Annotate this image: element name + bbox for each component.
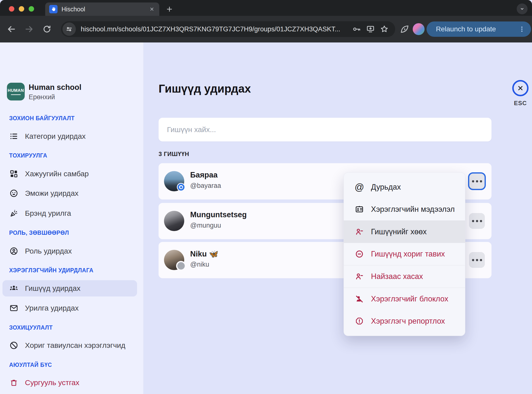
sidebar-item-roles[interactable]: Роль удирдах: [9, 244, 137, 258]
menu-item-block-user[interactable]: Хэрэглэгчийг блоклох: [344, 288, 465, 310]
user-circle-icon: [9, 246, 19, 256]
browser-tab[interactable]: Hischool: [45, 2, 159, 16]
menu-item-label: Гишүүнд хориг тавих: [371, 250, 445, 258]
page-title: Гишүүд удирдах: [159, 82, 251, 95]
user-minus-icon: [355, 272, 364, 281]
sidebar-item-label: Хориг тавиулсан хэрэглэгчид: [25, 341, 125, 350]
bookmark-star-icon[interactable]: [380, 25, 389, 34]
menu-item-ban-member[interactable]: Гишүүнд хориг тавих: [344, 243, 465, 265]
tab-close-icon[interactable]: [149, 6, 155, 12]
sidebar-item-label: Роль удирдах: [25, 247, 72, 255]
sidebar-item-brand-invite[interactable]: Брэнд урилга: [9, 206, 137, 220]
list-icon: [9, 132, 19, 141]
trash-icon: [9, 378, 19, 387]
dashboard-icon: [9, 169, 19, 178]
sidebar-item-label: Эможи удирдах: [25, 189, 79, 197]
browser-toolbar: hischool.mn/schools/01JCZ7XH3QRS7KNG79TG…: [0, 16, 532, 42]
menu-item-label: Дурьдах: [371, 183, 401, 192]
sidebar-item-invitations[interactable]: Урилга удирдах: [9, 301, 137, 315]
relaunch-to-update-button[interactable]: Relaunch to update: [427, 21, 531, 37]
site-info-icon[interactable]: [62, 22, 76, 36]
member-count-label: 3 ГИШҮҮН: [159, 151, 189, 158]
user-slash-icon: [355, 294, 364, 304]
member-name: Munguntsetseg: [190, 210, 247, 219]
menu-item-kick-member[interactable]: Гишүүнийг хөөх: [344, 221, 465, 243]
menu-item-label: Найзаас хасах: [371, 272, 423, 281]
reload-button[interactable]: [41, 24, 52, 35]
member-name: Niku 🦋: [190, 249, 218, 258]
sidebar-item-delete-school[interactable]: Сургууль устгах: [9, 376, 137, 390]
chrome-menu-icon[interactable]: [518, 25, 526, 33]
url-bar[interactable]: hischool.mn/schools/01JCZ7XH3QRS7KNG79TG…: [61, 21, 395, 37]
member-username: @niku: [190, 261, 209, 268]
sidebar-item-side-panel[interactable]: Хажуугийн самбар: [9, 167, 137, 181]
party-popper-icon: [9, 209, 19, 218]
performance-leaf-icon[interactable]: [400, 24, 409, 34]
menu-item-report-user[interactable]: Хэрэглэгч репортлох: [344, 310, 465, 332]
menu-item-label: Хэрэглэгчийн мэдээлэл: [371, 205, 455, 214]
report-icon: [355, 316, 364, 326]
school-logo: HUMAN: [7, 83, 25, 100]
sidebar-heading-moderation: ЗОХИЦУУЛАЛТ: [9, 324, 53, 331]
member-actions-button[interactable]: [469, 213, 485, 229]
new-tab-button[interactable]: [164, 3, 175, 15]
install-app-icon[interactable]: [366, 25, 375, 34]
sidebar: HUMAN Human school Ерөнхий ЗОХИОН БАЙГУУ…: [0, 42, 143, 394]
menu-item-label: Хэрэглэгчийг блоклох: [371, 295, 448, 303]
mail-icon: [9, 303, 19, 313]
people-icon: [9, 284, 19, 293]
sidebar-item-label: Хажуугийн самбар: [25, 170, 89, 178]
close-dialog-group: ESC: [510, 80, 531, 107]
macos-close-button[interactable]: [9, 6, 14, 12]
sidebar-item-label: Категори удирдах: [25, 132, 86, 140]
member-search-input[interactable]: [159, 118, 491, 141]
back-button[interactable]: [6, 24, 17, 35]
app-area: HUMAN Human school Ерөнхий ЗОХИОН БАЙГУУ…: [0, 42, 532, 394]
online-status-badge: [177, 183, 185, 191]
tab-title: Hischool: [61, 6, 145, 13]
sidebar-item-label: Брэнд урилга: [25, 209, 71, 217]
school-subtitle: Ерөнхий: [29, 93, 55, 101]
at-sign-icon: @: [355, 182, 364, 192]
tab-search-chevron-icon[interactable]: [517, 3, 528, 14]
member-avatar: [164, 211, 184, 231]
search-card: [159, 118, 491, 141]
sidebar-heading-user-management: ХЭРЭГЛЭГЧИЙН УДИРДЛАГА: [9, 267, 93, 274]
menu-item-remove-friend[interactable]: Найзаас хасах: [344, 265, 465, 288]
sidebar-item-label: Гишүүд удирдах: [25, 284, 81, 293]
url-text: hischool.mn/schools/01JCZ7XH3QRS7KNG79TG…: [81, 25, 347, 33]
close-button[interactable]: [512, 80, 529, 96]
menu-item-mention[interactable]: @ Дурьдах: [344, 176, 465, 198]
passwords-key-icon[interactable]: [352, 25, 361, 34]
macos-minimize-button[interactable]: [19, 6, 24, 12]
hischool-favicon-icon: [49, 5, 58, 13]
sidebar-item-categories[interactable]: Категори удирдах: [9, 129, 137, 143]
member-context-menu: @ Дурьдах Хэрэглэгчийн мэдээлэл Гишүүний…: [344, 172, 465, 336]
sidebar-item-emoji[interactable]: Эможи удирдах: [9, 186, 137, 200]
sidebar-item-banned-users[interactable]: Хориг тавиулсан хэрэглэгчид: [9, 338, 137, 352]
macos-zoom-button[interactable]: [29, 6, 34, 12]
profile-avatar[interactable]: [413, 23, 425, 35]
members-panel: Гишүүд удирдах ESC 3 ГИШҮҮН Баяраа @baya…: [143, 42, 532, 394]
esc-label: ESC: [514, 100, 527, 107]
relaunch-label: Relaunch to update: [436, 25, 496, 33]
browser-tab-strip: Hischool: [0, 0, 532, 16]
sidebar-item-members[interactable]: Гишүүд удирдах: [2, 280, 137, 296]
menu-item-label: Хэрэглэгч репортлох: [371, 317, 445, 326]
menu-item-user-info[interactable]: Хэрэглэгчийн мэдээлэл: [344, 198, 465, 220]
school-logo-text: HUMAN: [8, 88, 24, 93]
sidebar-heading-settings: ТОХИРУУЛГА: [9, 152, 47, 159]
member-username: @munguu: [190, 222, 221, 229]
sidebar-heading-roles: РОЛЬ, ЗӨВШӨӨРӨЛ: [9, 230, 69, 236]
member-actions-button[interactable]: [469, 252, 485, 268]
member-actions-button[interactable]: [468, 172, 486, 190]
sidebar-item-label: Урилга удирдах: [25, 304, 79, 312]
sidebar-heading-danger-zone: АЮУЛТАЙ БҮС: [9, 362, 52, 368]
user-minus-icon: [355, 227, 364, 236]
member-name: Баяраа: [190, 171, 218, 179]
circle-minus-icon: [355, 249, 364, 259]
member-username: @bayaraa: [190, 182, 221, 190]
menu-item-label: Гишүүнийг хөөх: [371, 227, 427, 236]
forward-button[interactable]: [24, 24, 35, 35]
id-card-icon: [355, 205, 364, 214]
